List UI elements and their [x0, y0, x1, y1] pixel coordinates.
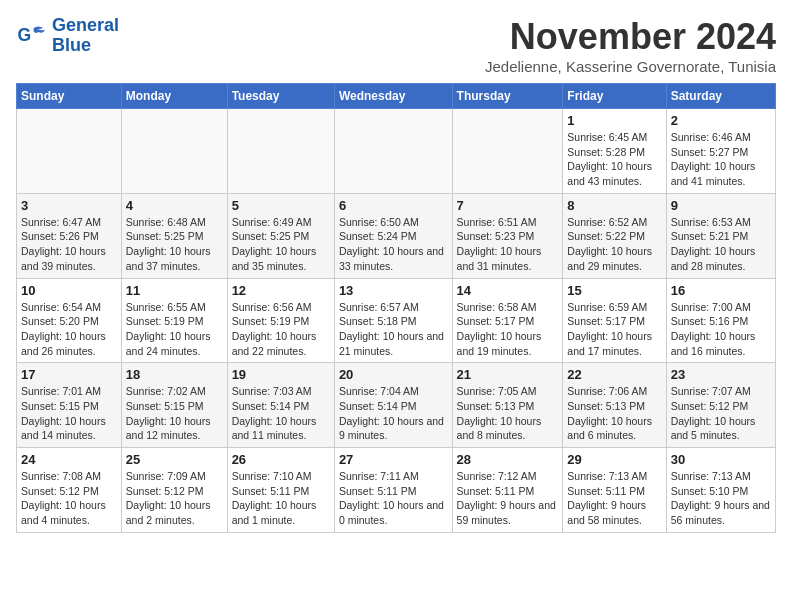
- day-info: Sunrise: 7:07 AM Sunset: 5:12 PM Dayligh…: [671, 384, 771, 443]
- logo-text: General Blue: [52, 16, 119, 56]
- calendar-cell: [227, 109, 334, 194]
- calendar-header: SundayMondayTuesdayWednesdayThursdayFrid…: [17, 84, 776, 109]
- header-day-wednesday: Wednesday: [334, 84, 452, 109]
- calendar-cell: 2Sunrise: 6:46 AM Sunset: 5:27 PM Daylig…: [666, 109, 775, 194]
- day-number: 28: [457, 452, 559, 467]
- day-info: Sunrise: 6:58 AM Sunset: 5:17 PM Dayligh…: [457, 300, 559, 359]
- day-info: Sunrise: 6:53 AM Sunset: 5:21 PM Dayligh…: [671, 215, 771, 274]
- day-info: Sunrise: 6:47 AM Sunset: 5:26 PM Dayligh…: [21, 215, 117, 274]
- day-number: 19: [232, 367, 330, 382]
- day-number: 5: [232, 198, 330, 213]
- day-number: 14: [457, 283, 559, 298]
- day-info: Sunrise: 6:50 AM Sunset: 5:24 PM Dayligh…: [339, 215, 448, 274]
- day-info: Sunrise: 7:12 AM Sunset: 5:11 PM Dayligh…: [457, 469, 559, 528]
- day-number: 18: [126, 367, 223, 382]
- calendar-cell: 13Sunrise: 6:57 AM Sunset: 5:18 PM Dayli…: [334, 278, 452, 363]
- calendar-cell: 8Sunrise: 6:52 AM Sunset: 5:22 PM Daylig…: [563, 193, 666, 278]
- day-number: 17: [21, 367, 117, 382]
- day-number: 16: [671, 283, 771, 298]
- calendar-cell: 14Sunrise: 6:58 AM Sunset: 5:17 PM Dayli…: [452, 278, 563, 363]
- day-info: Sunrise: 7:11 AM Sunset: 5:11 PM Dayligh…: [339, 469, 448, 528]
- day-number: 2: [671, 113, 771, 128]
- day-number: 23: [671, 367, 771, 382]
- calendar-cell: [452, 109, 563, 194]
- calendar-cell: 16Sunrise: 7:00 AM Sunset: 5:16 PM Dayli…: [666, 278, 775, 363]
- title-block: November 2024 Jedelienne, Kasserine Gove…: [485, 16, 776, 75]
- day-info: Sunrise: 7:05 AM Sunset: 5:13 PM Dayligh…: [457, 384, 559, 443]
- day-number: 24: [21, 452, 117, 467]
- calendar-cell: 7Sunrise: 6:51 AM Sunset: 5:23 PM Daylig…: [452, 193, 563, 278]
- week-row-4: 24Sunrise: 7:08 AM Sunset: 5:12 PM Dayli…: [17, 448, 776, 533]
- day-info: Sunrise: 6:55 AM Sunset: 5:19 PM Dayligh…: [126, 300, 223, 359]
- calendar-cell: 5Sunrise: 6:49 AM Sunset: 5:25 PM Daylig…: [227, 193, 334, 278]
- day-info: Sunrise: 7:01 AM Sunset: 5:15 PM Dayligh…: [21, 384, 117, 443]
- calendar-cell: 3Sunrise: 6:47 AM Sunset: 5:26 PM Daylig…: [17, 193, 122, 278]
- day-info: Sunrise: 7:02 AM Sunset: 5:15 PM Dayligh…: [126, 384, 223, 443]
- logo-line1: General: [52, 16, 119, 36]
- location-subtitle: Jedelienne, Kasserine Governorate, Tunis…: [485, 58, 776, 75]
- calendar-cell: 17Sunrise: 7:01 AM Sunset: 5:15 PM Dayli…: [17, 363, 122, 448]
- calendar-cell: 19Sunrise: 7:03 AM Sunset: 5:14 PM Dayli…: [227, 363, 334, 448]
- day-info: Sunrise: 7:00 AM Sunset: 5:16 PM Dayligh…: [671, 300, 771, 359]
- day-info: Sunrise: 7:13 AM Sunset: 5:11 PM Dayligh…: [567, 469, 661, 528]
- day-info: Sunrise: 6:45 AM Sunset: 5:28 PM Dayligh…: [567, 130, 661, 189]
- day-info: Sunrise: 6:59 AM Sunset: 5:17 PM Dayligh…: [567, 300, 661, 359]
- calendar-cell: 21Sunrise: 7:05 AM Sunset: 5:13 PM Dayli…: [452, 363, 563, 448]
- calendar-cell: [121, 109, 227, 194]
- header-day-thursday: Thursday: [452, 84, 563, 109]
- calendar-cell: 11Sunrise: 6:55 AM Sunset: 5:19 PM Dayli…: [121, 278, 227, 363]
- calendar-cell: 28Sunrise: 7:12 AM Sunset: 5:11 PM Dayli…: [452, 448, 563, 533]
- calendar-cell: [334, 109, 452, 194]
- header-day-sunday: Sunday: [17, 84, 122, 109]
- day-info: Sunrise: 6:49 AM Sunset: 5:25 PM Dayligh…: [232, 215, 330, 274]
- week-row-2: 10Sunrise: 6:54 AM Sunset: 5:20 PM Dayli…: [17, 278, 776, 363]
- calendar-cell: 1Sunrise: 6:45 AM Sunset: 5:28 PM Daylig…: [563, 109, 666, 194]
- day-info: Sunrise: 6:56 AM Sunset: 5:19 PM Dayligh…: [232, 300, 330, 359]
- logo-line2: Blue: [52, 36, 119, 56]
- day-info: Sunrise: 6:48 AM Sunset: 5:25 PM Dayligh…: [126, 215, 223, 274]
- day-info: Sunrise: 6:52 AM Sunset: 5:22 PM Dayligh…: [567, 215, 661, 274]
- day-number: 30: [671, 452, 771, 467]
- header-day-saturday: Saturday: [666, 84, 775, 109]
- day-number: 20: [339, 367, 448, 382]
- day-number: 22: [567, 367, 661, 382]
- day-info: Sunrise: 7:13 AM Sunset: 5:10 PM Dayligh…: [671, 469, 771, 528]
- calendar-cell: 18Sunrise: 7:02 AM Sunset: 5:15 PM Dayli…: [121, 363, 227, 448]
- day-number: 12: [232, 283, 330, 298]
- day-info: Sunrise: 7:03 AM Sunset: 5:14 PM Dayligh…: [232, 384, 330, 443]
- calendar-cell: 30Sunrise: 7:13 AM Sunset: 5:10 PM Dayli…: [666, 448, 775, 533]
- logo-icon: G: [16, 20, 48, 52]
- day-number: 3: [21, 198, 117, 213]
- day-number: 21: [457, 367, 559, 382]
- day-number: 11: [126, 283, 223, 298]
- calendar-cell: 29Sunrise: 7:13 AM Sunset: 5:11 PM Dayli…: [563, 448, 666, 533]
- calendar-cell: 15Sunrise: 6:59 AM Sunset: 5:17 PM Dayli…: [563, 278, 666, 363]
- calendar-body: 1Sunrise: 6:45 AM Sunset: 5:28 PM Daylig…: [17, 109, 776, 533]
- calendar-cell: 12Sunrise: 6:56 AM Sunset: 5:19 PM Dayli…: [227, 278, 334, 363]
- day-number: 1: [567, 113, 661, 128]
- day-number: 26: [232, 452, 330, 467]
- calendar-cell: 6Sunrise: 6:50 AM Sunset: 5:24 PM Daylig…: [334, 193, 452, 278]
- calendar-table: SundayMondayTuesdayWednesdayThursdayFrid…: [16, 83, 776, 533]
- calendar-cell: 4Sunrise: 6:48 AM Sunset: 5:25 PM Daylig…: [121, 193, 227, 278]
- day-number: 29: [567, 452, 661, 467]
- header-row: SundayMondayTuesdayWednesdayThursdayFrid…: [17, 84, 776, 109]
- day-number: 9: [671, 198, 771, 213]
- day-number: 15: [567, 283, 661, 298]
- day-info: Sunrise: 7:08 AM Sunset: 5:12 PM Dayligh…: [21, 469, 117, 528]
- calendar-cell: 9Sunrise: 6:53 AM Sunset: 5:21 PM Daylig…: [666, 193, 775, 278]
- calendar-cell: 27Sunrise: 7:11 AM Sunset: 5:11 PM Dayli…: [334, 448, 452, 533]
- day-number: 25: [126, 452, 223, 467]
- calendar-cell: 26Sunrise: 7:10 AM Sunset: 5:11 PM Dayli…: [227, 448, 334, 533]
- month-title: November 2024: [485, 16, 776, 58]
- calendar-cell: 22Sunrise: 7:06 AM Sunset: 5:13 PM Dayli…: [563, 363, 666, 448]
- logo: G General Blue: [16, 16, 119, 56]
- calendar-cell: 24Sunrise: 7:08 AM Sunset: 5:12 PM Dayli…: [17, 448, 122, 533]
- week-row-1: 3Sunrise: 6:47 AM Sunset: 5:26 PM Daylig…: [17, 193, 776, 278]
- day-info: Sunrise: 6:57 AM Sunset: 5:18 PM Dayligh…: [339, 300, 448, 359]
- day-number: 4: [126, 198, 223, 213]
- calendar-cell: [17, 109, 122, 194]
- page-header: G General Blue November 2024 Jedelienne,…: [16, 16, 776, 75]
- day-number: 6: [339, 198, 448, 213]
- day-number: 10: [21, 283, 117, 298]
